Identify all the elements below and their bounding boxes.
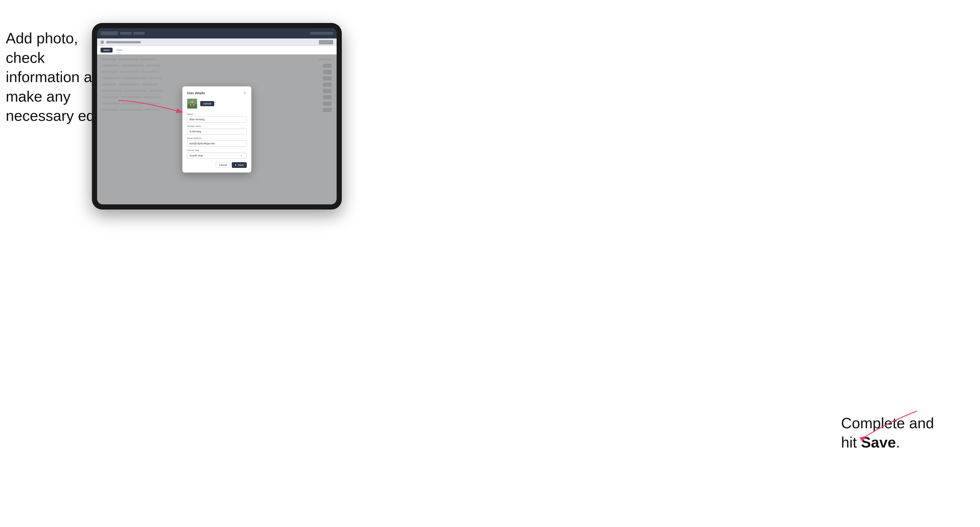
email-field-group: Email address	[187, 137, 247, 147]
breadcrumb-text	[106, 41, 141, 43]
tab-users[interactable]: Users	[100, 48, 113, 52]
save-label: Save	[238, 163, 244, 167]
photo-thumbnail	[187, 98, 197, 109]
main-content: User details ×	[97, 54, 337, 204]
svg-point-4	[191, 101, 193, 103]
left-arrow	[113, 95, 187, 119]
name-label: Name	[187, 113, 247, 115]
school-year-label: School Year	[187, 149, 247, 152]
nav-item-library	[133, 32, 145, 35]
save-button[interactable]: ⬆ Save	[232, 162, 247, 168]
annotation-right-line-2: hit	[841, 434, 861, 451]
modal-overlay: User details ×	[97, 54, 337, 204]
email-label: Email address	[187, 137, 247, 140]
school-year-select-wrapper: × ⌃⌄	[187, 152, 247, 159]
tab-bar: Users Roles	[97, 46, 337, 54]
breadcrumb-icon	[100, 40, 104, 44]
name-input[interactable]	[187, 116, 247, 122]
modal-close-button[interactable]: ×	[243, 91, 247, 95]
header-right	[310, 32, 333, 35]
svg-rect-5	[191, 103, 193, 106]
modal-title: User details	[187, 91, 205, 95]
nav-item-announcements	[120, 32, 132, 35]
select-clear-icon[interactable]: ×	[241, 154, 242, 157]
email-input[interactable]	[187, 140, 247, 147]
sub-header	[97, 38, 337, 46]
annotation-line-1: Add photo, check	[6, 30, 78, 66]
name-field-group: Name	[187, 113, 247, 122]
select-arrow-icon[interactable]: ⌃⌄	[243, 153, 245, 158]
app-nav	[120, 32, 145, 35]
cancel-button[interactable]: Cancel	[216, 162, 230, 168]
right-arrow	[859, 408, 923, 444]
school-year-select[interactable]	[187, 152, 247, 159]
photo-section: Upload	[187, 98, 247, 109]
annotation-line-3: make any	[6, 88, 70, 105]
user-details-modal: User details ×	[182, 86, 251, 173]
display-name-field-group: Display name	[187, 125, 247, 135]
display-name-label: Display name	[187, 125, 247, 127]
display-name-input[interactable]	[187, 128, 247, 135]
modal-header: User details ×	[187, 91, 247, 95]
tab-roles[interactable]: Roles	[114, 48, 125, 52]
user-photo	[187, 98, 197, 109]
app-logo	[100, 31, 118, 35]
svg-rect-6	[190, 104, 191, 106]
upload-photo-button[interactable]: Upload	[200, 101, 214, 106]
school-year-field-group: School Year × ⌃⌄	[187, 149, 247, 159]
modal-footer: Cancel ⬆ Save	[187, 162, 247, 168]
svg-rect-7	[193, 104, 194, 106]
app-header	[97, 28, 337, 38]
export-button[interactable]	[319, 40, 333, 44]
save-icon: ⬆	[235, 164, 237, 167]
